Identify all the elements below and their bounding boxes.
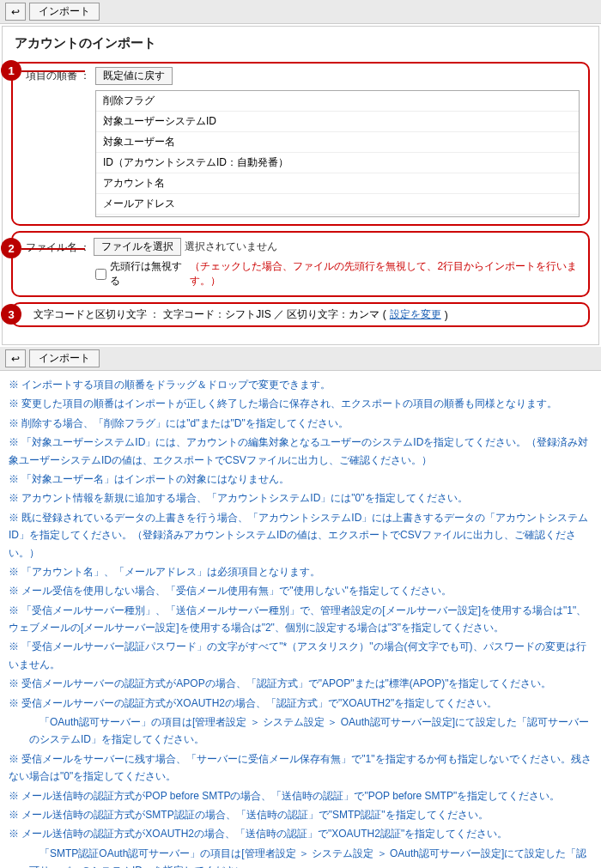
note-line: 「OAuth認可サーバー」の項目は[管理者設定 ＞ システム設定 ＞ OAuth… (9, 713, 592, 749)
panel-title: アカウントのインポート (15, 35, 590, 52)
note-line: ※ 受信メールサーバーの認証方式がAPOPの場合、「認証方式」で"APOP"また… (9, 675, 592, 692)
field-order-item[interactable]: アカウント名 (96, 173, 579, 194)
back-button[interactable]: ↩ (5, 3, 26, 21)
field-order-listbox[interactable]: 削除フラグ対象ユーザーシステムID対象ユーザー名ID（アカウントシステムID：自… (95, 90, 580, 217)
note-line: ※ メール送信時の認証方式がPOP before SMTPの場合、「送信時の認証… (9, 787, 592, 804)
skip-header-note: （チェックした場合、ファイルの先頭行を無視して、2行目からインポートを行います。… (190, 259, 580, 288)
note-line: ※ 既に登録されているデータの上書きを行う場合、「アカウントシステムID」には上… (9, 509, 592, 561)
note-line: ※ メール受信を使用しない場合、「受信メール使用有無」で"使用しない"を指定して… (9, 582, 592, 599)
note-line: 「SMTP認証OAuth認可サーバー」の項目は[管理者設定 ＞ システム設定 ＞… (9, 845, 592, 868)
note-line: ※ 「受信メールサーバー種別」、「送信メールサーバー種別」で、管理者設定の[メー… (9, 602, 592, 637)
step-bubble-1: 1 (1, 60, 21, 81)
import-button-bottom[interactable]: インポート (29, 349, 100, 367)
change-encoding-link[interactable]: 設定を変更 (390, 307, 441, 322)
note-line: ※ アカウント情報を新規に追加する場合、「アカウントシステムID」には"0"を指… (9, 489, 592, 507)
skip-header-checkbox[interactable] (95, 269, 106, 280)
field-order-item[interactable]: 対象ユーザー名 (96, 132, 579, 153)
section-field-order: 1 項目の順番 ： 既定値に戻す 削除フラグ対象ユーザーシステムID対象ユーザー… (11, 62, 590, 226)
field-order-label: 項目の順番 ： (21, 67, 90, 83)
import-button-top[interactable]: インポート (29, 3, 100, 21)
note-line: ※ メール送信時の認証方式がXOAUTH2の場合、「送信時の認証」で"XOAUT… (9, 825, 592, 842)
skip-header-label: 先頭行は無視する (110, 259, 186, 288)
note-line: ※ 変更した項目の順番はインポートが正しく終了した場合に保存され、エクスポートの… (9, 395, 592, 412)
import-panel: アカウントのインポート 1 項目の順番 ： 既定値に戻す 削除フラグ対象ユーザー… (2, 26, 599, 345)
note-line: ※ メール送信時の認証方式がSMTP認証の場合、「送信時の認証」で"SMTP認証… (9, 806, 592, 823)
no-file-text: 選択されていません (185, 240, 277, 254)
note-line: ※ 「受信メールサーバー認証パスワード」の文字がすべて"*（アスタリスク）"の場… (9, 638, 592, 673)
note-line: ※ 削除する場合、「削除フラグ」には"d"または"D"を指定してください。 (9, 415, 592, 432)
bottom-toolbar: ↩ インポート (0, 347, 601, 371)
field-order-item[interactable]: 削除フラグ (96, 91, 579, 112)
encoding-value: 文字コード：シフトJIS ／ 区切り文字：カンマ ( (163, 307, 385, 322)
back-button-bottom[interactable]: ↩ (5, 349, 26, 367)
note-line: ※ インポートする項目の順番をドラッグ＆ドロップで変更できます。 (9, 376, 592, 393)
encoding-label: 文字コードと区切り文字 ： (33, 307, 160, 322)
note-line: ※ 「アカウント名」、「メールアドレス」は必須項目となります。 (9, 563, 592, 580)
reset-default-button[interactable]: 既定値に戻す (95, 67, 173, 85)
step-bubble-2: 2 (1, 238, 21, 258)
note-line: ※ 受信メールサーバーの認証方式がXOAUTH2の場合、「認証方式」で"XOAU… (9, 695, 592, 712)
field-order-item[interactable]: 対象ユーザーシステムID (96, 112, 579, 132)
encoding-tail: ) (445, 309, 448, 321)
step-bubble-3: 3 (1, 304, 21, 325)
notes-block: ※ インポートする項目の順番をドラッグ＆ドロップで変更できます。※ 変更した項目… (0, 371, 601, 868)
note-line: ※ 「対象ユーザー名」はインポートの対象にはなりません。 (9, 470, 592, 488)
note-line: ※ 「対象ユーザーシステムID」には、アカウントの編集対象となるユーザーのシステ… (9, 434, 592, 469)
field-order-item[interactable]: メールアドレス (96, 194, 579, 215)
field-order-item[interactable]: 表示名 (96, 215, 579, 217)
note-line: ※ 受信メールをサーバーに残す場合、「サーバーに受信メール保存有無」で"1"を指… (9, 750, 592, 786)
section-encoding: 3 文字コードと区切り文字 ： 文字コード：シフトJIS ／ 区切り文字：カンマ… (11, 302, 590, 327)
top-toolbar: ↩ インポート (0, 0, 601, 24)
section-file: 2 ファイル名 ： ファイルを選択 選択されていません 先頭行は無視する （チェ… (11, 231, 590, 297)
file-label: ファイル名 ： (21, 239, 90, 255)
field-order-item[interactable]: ID（アカウントシステムID：自動発番） (96, 153, 579, 173)
choose-file-button[interactable]: ファイルを選択 (94, 238, 181, 256)
connector-2 (21, 248, 85, 250)
connector-1 (21, 70, 85, 72)
